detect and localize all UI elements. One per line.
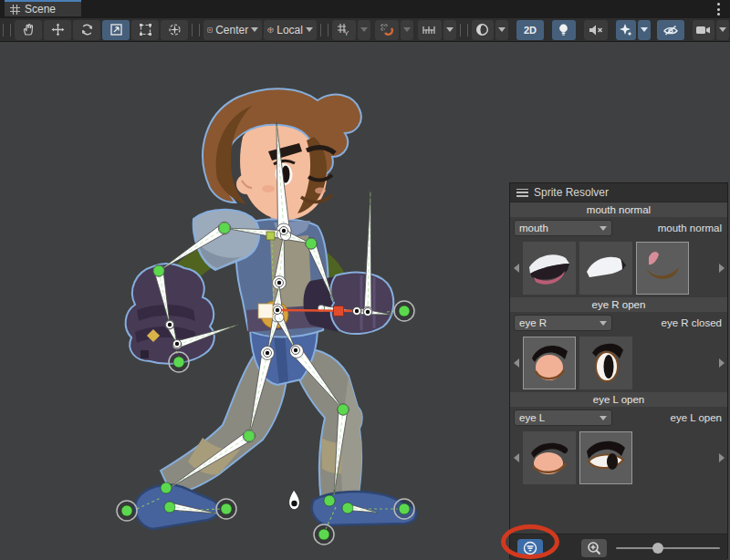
section-header-eye-r: eye R open <box>510 297 727 312</box>
grid-icon <box>10 5 20 15</box>
rotate-icon <box>80 23 94 36</box>
hamburger-icon <box>516 189 528 197</box>
orientation-label: Local <box>276 24 303 36</box>
draw-mode-button[interactable] <box>472 20 494 40</box>
active-sprite-label-eye-l: eye L open <box>612 412 724 423</box>
category-dropdown-eye-r[interactable]: eye R <box>514 315 612 331</box>
scene-toolbar: Center Local Y <box>0 18 730 42</box>
audio-muted-icon <box>589 24 603 36</box>
category-dropdown-eye-l[interactable]: eye L <box>514 410 612 426</box>
snap-grid-dropdown[interactable] <box>401 20 413 40</box>
tab-strip: Scene <box>0 0 730 18</box>
shaded-sphere-icon <box>475 23 489 36</box>
section-row-mouth: mouth mouth normal <box>510 217 727 239</box>
scroll-right-arrow[interactable] <box>716 239 726 297</box>
scene-camera-button[interactable] <box>693 20 714 40</box>
category-dropdown-mouth[interactable]: mouth <box>514 220 612 236</box>
light-bulb-icon <box>558 23 569 36</box>
zoom-slider-handle[interactable] <box>652 543 663 554</box>
section-header-mouth: mouth normal <box>510 202 727 217</box>
sprite-resolver-panel: Sprite Resolver mouth normal mouth mouth… <box>509 182 728 559</box>
sprite-thumbnail-mouth-smile[interactable] <box>636 242 689 295</box>
sprite-strip-mouth <box>510 239 727 297</box>
toolbar-grip[interactable] <box>460 24 468 36</box>
local-cube-icon <box>267 24 274 36</box>
hidden-objects-button[interactable] <box>657 20 684 40</box>
sprite-thumbnail-eye-l-closed[interactable] <box>523 431 576 484</box>
panel-empty-area <box>510 487 727 534</box>
toolbar-grip[interactable] <box>320 24 328 36</box>
sprite-filter-button[interactable] <box>517 539 543 557</box>
grid-visibility-icon: Y <box>337 23 350 36</box>
kebab-menu-icon[interactable] <box>717 3 721 16</box>
scale-tool-button[interactable] <box>102 20 130 40</box>
section-row-eye-l: eye L eye L open <box>510 407 727 429</box>
chevron-down-icon <box>600 321 607 326</box>
grid-visibility-dropdown[interactable] <box>358 20 370 40</box>
zoom-button[interactable] <box>581 539 607 557</box>
pivot-mode-dropdown[interactable]: Center <box>203 20 262 40</box>
effects-sparkle-icon <box>619 23 632 36</box>
snap-increment-icon <box>422 24 437 36</box>
panel-header[interactable]: Sprite Resolver <box>510 183 727 202</box>
chevron-down-icon <box>306 27 313 32</box>
scroll-left-arrow[interactable] <box>511 239 521 297</box>
scene-camera-dropdown[interactable] <box>716 20 729 40</box>
character-glove-left <box>126 264 214 364</box>
sprite-thumbnail-eye-r-open[interactable] <box>579 337 632 389</box>
orientation-dropdown[interactable]: Local <box>264 20 317 40</box>
grid-visibility-button[interactable]: Y <box>332 20 356 40</box>
character-glove-right <box>304 272 394 334</box>
rect-tool-icon <box>139 23 152 36</box>
sprite-thumbnail-eye-l-open[interactable] <box>579 431 632 484</box>
rotate-tool-button[interactable] <box>73 20 100 40</box>
scroll-left-arrow[interactable] <box>511 429 521 487</box>
active-sprite-label-eye-r: eye R closed <box>612 317 724 328</box>
scene-effects-button[interactable] <box>616 20 636 40</box>
eye-hidden-icon <box>662 24 679 36</box>
magnifier-plus-icon <box>587 541 602 556</box>
sprite-thumbnail-eye-r-closed[interactable] <box>523 337 576 389</box>
sprite-thumbnail-mouth-open[interactable] <box>523 242 576 295</box>
snap-magnet-icon <box>380 23 393 36</box>
chevron-down-icon <box>600 416 607 420</box>
sprite-thumbnail-mouth-half-open[interactable] <box>579 242 632 295</box>
scroll-right-arrow[interactable] <box>716 334 726 392</box>
scroll-right-arrow[interactable] <box>716 429 726 487</box>
2d-mode-button[interactable]: 2D <box>516 20 544 40</box>
scene-lighting-button[interactable] <box>552 20 576 40</box>
sprite-strip-eye-l <box>510 429 727 487</box>
move-tool-button[interactable] <box>44 20 71 40</box>
scene-effects-dropdown[interactable] <box>638 20 651 40</box>
active-sprite-label-mouth: mouth normal <box>612 223 724 233</box>
panel-footer <box>510 534 727 560</box>
2d-mode-label: 2D <box>516 25 545 36</box>
scroll-left-arrow[interactable] <box>511 334 521 392</box>
chevron-down-icon <box>251 27 258 32</box>
filter-circle-icon <box>523 541 537 555</box>
scene-audio-button[interactable] <box>584 20 608 40</box>
pivot-center-icon <box>207 24 213 36</box>
transform-tool-button[interactable] <box>161 20 188 40</box>
snap-increment-dropdown[interactable] <box>443 20 456 40</box>
tab-label: Scene <box>25 3 56 16</box>
zoom-slider[interactable] <box>616 547 720 549</box>
hand-icon <box>22 23 36 36</box>
section-row-eye-r: eye R eye R closed <box>510 312 727 334</box>
toolbar-grip[interactable] <box>192 24 200 36</box>
draw-mode-dropdown[interactable] <box>495 20 508 40</box>
tab-scene[interactable]: Scene <box>5 0 81 16</box>
view-hand-tool-button[interactable] <box>15 20 42 40</box>
scale-icon <box>110 23 123 36</box>
pivot-mode-label: Center <box>215 24 248 36</box>
transform-icon <box>168 23 182 36</box>
move-icon <box>51 23 65 36</box>
toolbar-grip[interactable] <box>3 24 11 36</box>
section-header-eye-l: eye L open <box>510 392 727 407</box>
snap-increment-button[interactable] <box>418 20 442 40</box>
chevron-down-icon <box>600 226 607 231</box>
rect-tool-button[interactable] <box>131 20 159 40</box>
panel-title: Sprite Resolver <box>534 186 609 199</box>
camera-icon <box>695 25 711 36</box>
snap-grid-button[interactable] <box>375 20 399 40</box>
